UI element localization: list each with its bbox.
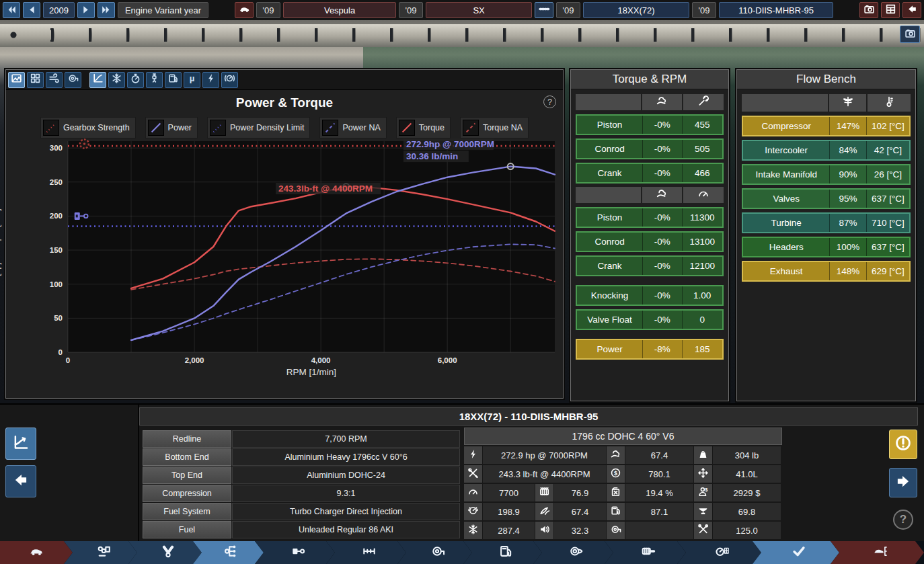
flow-row-intake-manifold[interactable]: Intake Manifold90%26 [°C] (742, 164, 911, 185)
wrench-icon (697, 95, 709, 110)
nav-car-variants[interactable] (831, 541, 924, 564)
stat-anvil-icon[interactable] (694, 503, 712, 520)
flow-row-compressor[interactable]: Compressor147%102 [°C] (742, 116, 911, 136)
chart-toolbar-snowflake-icon[interactable] (108, 72, 125, 88)
warnings-button[interactable] (889, 430, 917, 459)
spec-row-compression[interactable]: Compression9.3:1 (143, 485, 460, 502)
chart-toolbar-bolt-icon[interactable] (202, 72, 219, 88)
engine-family-field[interactable]: 18XX(72) (583, 2, 689, 18)
legend-item-power-density-limit[interactable]: Power Density Limit (207, 117, 310, 138)
spec-row-fuel[interactable]: FuelUnleaded Regular 86 AKI (143, 521, 460, 538)
stat-power-icon[interactable] (464, 446, 482, 464)
flow-row-exhaust[interactable]: Exhaust148%629 [°C] (742, 261, 911, 282)
nav-piston[interactable] (255, 541, 335, 564)
stat-radiator-icon[interactable] (535, 484, 553, 501)
flow-row-intercooler[interactable]: Intercooler84%42 [°C] (742, 140, 911, 161)
year-last-button[interactable] (98, 2, 115, 18)
nav-variant-tree[interactable] (193, 541, 264, 564)
chart-toolbar-airflow-icon[interactable] (46, 72, 63, 88)
chart-toolbar-mu-icon[interactable]: µ (184, 72, 200, 88)
stat-boost-hand-icon[interactable] (607, 446, 625, 464)
year-next-button[interactable] (77, 2, 95, 18)
torque-rpm-title: Torque & RPM (571, 70, 728, 89)
trim-name-field[interactable]: SX (426, 2, 532, 18)
spec-row-fuel-system[interactable]: Fuel SystemTurbo Charger Direct Injectio… (143, 503, 460, 520)
next-step-button[interactable] (889, 468, 917, 497)
nav-testing[interactable] (677, 541, 761, 564)
chart-toolbar-grid-icon[interactable] (27, 72, 44, 88)
year-value[interactable]: 2009 (43, 2, 75, 18)
legend-item-power[interactable]: Power (145, 117, 198, 138)
nav-check[interactable] (753, 541, 839, 564)
help-circle-button[interactable]: ? (893, 510, 913, 530)
chart-toolbar-chart-icon[interactable] (89, 72, 106, 88)
chart-toolbar-turbo-icon[interactable] (65, 72, 81, 88)
torque-row-power[interactable]: Power-8%185 (576, 339, 724, 360)
year-first-button[interactable] (3, 2, 20, 18)
screenshot-button[interactable] (859, 2, 878, 18)
stat-fuel-pump-icon[interactable] (607, 503, 625, 520)
stats-row: 198.967.487.169.8 (464, 503, 782, 520)
plot-area[interactable]: 05010015020025030002,0004,0006,000RPM [1… (33, 137, 560, 382)
nav-exhaust-tip[interactable] (533, 541, 613, 564)
nav-v-engine[interactable] (128, 541, 202, 564)
nav-camshaft[interactable] (326, 541, 406, 564)
nav-fuel-pump[interactable] (463, 541, 542, 564)
engine-variant-field[interactable]: 110-DIIS-MHBR-95 (719, 2, 833, 18)
stat-loudness-icon[interactable] (535, 522, 553, 539)
chart-toolbar-fuel-pump-icon[interactable] (165, 72, 182, 88)
stat-responsiveness-icon[interactable] (464, 503, 482, 520)
previous-step-button[interactable] (5, 465, 36, 497)
nav-muffler[interactable] (605, 541, 686, 564)
stat-rpm-gauge-icon[interactable] (464, 484, 482, 501)
back-button[interactable] (902, 2, 921, 18)
legend-label: Power Density Limit (230, 123, 304, 132)
muffler-icon (641, 544, 656, 561)
flow-row-turbine[interactable]: Turbine87%710 [°C] (742, 212, 911, 233)
stat-fuel-can-icon[interactable] (607, 484, 625, 501)
chart-toolbar-rpm-icon[interactable] (221, 72, 238, 88)
stat-turbo-icon[interactable] (607, 522, 625, 539)
stat-crossed-tools-icon[interactable] (694, 522, 712, 539)
help-button[interactable]: ? (543, 95, 556, 108)
spec-row-redline[interactable]: Redline7,700 RPM (143, 430, 460, 448)
arrow-right-icon (894, 473, 912, 493)
row-label: Crank (577, 257, 642, 275)
stat-snowflake-icon[interactable] (464, 522, 482, 539)
torque-row-valve-float[interactable]: Valve Float-0%0 (576, 309, 724, 330)
stat-dimensions-icon[interactable] (694, 465, 712, 483)
chart-toolbar-spark-icon[interactable] (146, 72, 163, 88)
nav-turbo[interactable] (397, 541, 472, 564)
legend-item-torque[interactable]: Torque (396, 117, 451, 138)
flow-row-valves[interactable]: Valves95%637 [°C] (742, 188, 911, 209)
model-name-field[interactable]: Vespula (283, 2, 396, 18)
torque-row-knocking[interactable]: Knocking-0%1.00 (576, 285, 724, 306)
stat-weight-icon[interactable] (694, 446, 712, 464)
torque-row-conrod[interactable]: Conrod-0%505 (576, 138, 724, 159)
legend-item-power-na[interactable]: Power NA (319, 117, 386, 138)
viewport-photo-button[interactable] (900, 26, 920, 43)
spec-row-bottom-end[interactable]: Bottom EndAluminium Heavy 1796cc V 60°6 (143, 448, 460, 466)
stat-service-cost-icon[interactable]: $ (607, 465, 625, 483)
stat-smoothness-icon[interactable] (535, 503, 553, 520)
torque-row-piston[interactable]: Piston-0%11300 (576, 207, 724, 228)
nav-engine-family[interactable] (64, 541, 137, 564)
legend-item-gearbox-strength[interactable]: Gearbox Strength (40, 117, 136, 138)
graph-view-button[interactable] (5, 428, 36, 460)
torque-row-crank[interactable]: Crank-0%466 (576, 163, 724, 184)
torque-row-crank[interactable]: Crank-0%12100 (576, 255, 724, 276)
flow-row-headers[interactable]: Headers100%637 [°C] (742, 237, 911, 257)
chart-toolbar-stopwatch-icon[interactable] (127, 72, 144, 88)
stat-tools-icon[interactable] (464, 465, 482, 483)
legend-item-torque-na[interactable]: Torque NA (460, 117, 529, 138)
stat-engineer-cost-icon[interactable]: $ (694, 484, 712, 501)
torque-row-piston[interactable]: Piston-0%455 (576, 114, 724, 135)
car-model-button[interactable] (235, 2, 254, 18)
list-view-button[interactable] (881, 2, 900, 18)
spec-row-top-end[interactable]: Top EndAluminium DOHC-24 (143, 467, 460, 484)
chart-toolbar-photo-icon[interactable] (8, 72, 25, 88)
torque-row-conrod[interactable]: Conrod-0%13100 (576, 231, 724, 252)
nav-car[interactable] (0, 541, 73, 564)
engine-button[interactable] (535, 2, 553, 18)
year-prev-button[interactable] (23, 2, 40, 18)
